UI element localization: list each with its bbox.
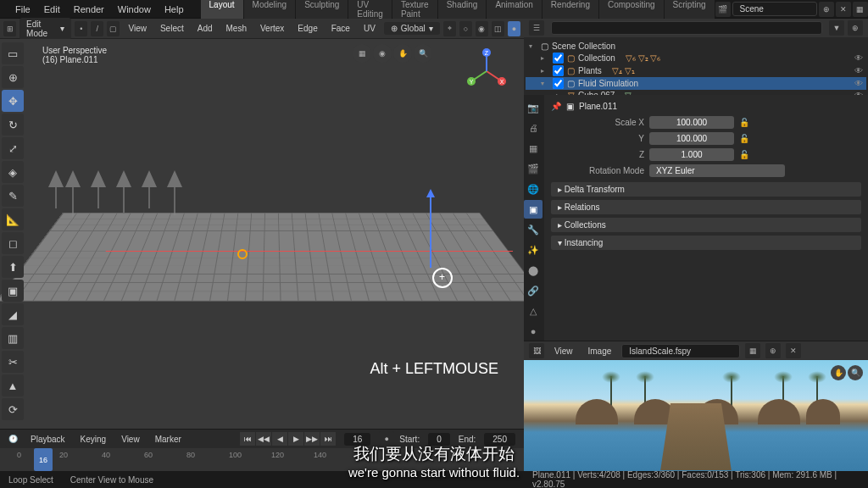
scale-y-field[interactable]: 100.000 (649, 132, 734, 145)
play-reverse-icon[interactable]: ◀ (272, 432, 287, 446)
tab-sculpting[interactable]: Sculpting (296, 0, 348, 21)
rotation-mode-select[interactable]: XYZ Euler (649, 164, 785, 177)
scene-new-icon[interactable]: ⊕ (819, 2, 834, 17)
jump-start-icon[interactable]: ⏮ (240, 432, 255, 446)
mode-selector[interactable]: Edit Mode ▾ (19, 18, 71, 40)
tab-layout[interactable]: Layout (201, 0, 243, 21)
filter-icon[interactable]: ▼ (829, 20, 844, 36)
ptab-particle-icon[interactable]: ✨ (524, 241, 542, 259)
tool-inset-icon[interactable]: ▣ (2, 280, 24, 302)
collection-checkbox[interactable] (553, 78, 564, 89)
tool-knife-icon[interactable]: ✂ (2, 351, 24, 373)
collection-checkbox[interactable] (553, 53, 564, 64)
image-editor-icon[interactable]: 🖼 (529, 343, 544, 358)
lock-icon[interactable]: 🔓 (739, 134, 749, 143)
menu-edit[interactable]: Edit (37, 2, 67, 17)
keyframe-next-icon[interactable]: ▶▶ (304, 432, 320, 446)
menu-window[interactable]: Window (111, 2, 158, 17)
panel-relations[interactable]: ▸ Relations (551, 200, 861, 214)
tool-select-icon[interactable]: ▭ (2, 42, 24, 64)
tl-keying[interactable]: Keying (75, 433, 112, 446)
img-browse-icon[interactable]: ▦ (745, 343, 760, 358)
img-pan-icon[interactable]: ✋ (831, 365, 846, 380)
editor-type-icon[interactable]: ⊞ (3, 21, 16, 36)
eye-icon[interactable]: 👁 (854, 79, 863, 88)
image-filename-field[interactable]: IslandScale.fspy (621, 344, 740, 358)
new-collection-icon[interactable]: ⊕ (848, 20, 863, 36)
tree-row[interactable]: ▸ ▢ Plants ▽₄ ▽₁ 👁 (526, 64, 866, 77)
autokey-icon[interactable]: ● (379, 431, 394, 446)
timeline-ruler[interactable]: 16 0 20 40 60 80 100 120 140 (0, 448, 524, 471)
collection-checkbox[interactable] (553, 65, 564, 76)
pin-icon[interactable]: 📌 (551, 102, 561, 111)
img-new-icon[interactable]: ⊕ (765, 343, 781, 358)
select-mode-vertex-icon[interactable]: • (75, 21, 87, 36)
lock-icon[interactable]: 🔓 (739, 150, 749, 159)
panel-instancing[interactable]: ▾ Instancing (551, 236, 861, 250)
tool-polybuild-icon[interactable]: ▲ (2, 374, 24, 396)
reference-image[interactable]: ✋ 🔍 (524, 360, 868, 471)
hdr-edge[interactable]: Edge (292, 22, 322, 35)
zoom-icon[interactable]: 🔍 (414, 44, 432, 63)
outliner-search-input[interactable] (551, 21, 822, 35)
img-image-menu[interactable]: Image (583, 345, 617, 358)
start-frame-field[interactable]: 0 (428, 433, 450, 446)
playhead[interactable]: 16 (34, 448, 53, 471)
tool-measure-icon[interactable]: 📐 (2, 208, 24, 230)
tool-extrude-icon[interactable]: ⬆ (2, 256, 24, 278)
scene-icon[interactable]: 🎬 (715, 2, 731, 17)
hdr-mesh[interactable]: Mesh (221, 22, 252, 35)
tl-marker[interactable]: Marker (150, 433, 186, 446)
ptab-data-icon[interactable]: △ (524, 302, 542, 320)
menu-file[interactable]: File (8, 2, 37, 17)
menu-render[interactable]: Render (67, 2, 111, 17)
img-zoom-icon[interactable]: 🔍 (848, 365, 863, 380)
jump-end-icon[interactable]: ⏭ (320, 432, 336, 446)
orientation-selector[interactable]: ⊕ Global ▾ (384, 22, 440, 35)
hdr-view[interactable]: View (123, 22, 152, 35)
scale-x-field[interactable]: 100.000 (649, 116, 734, 129)
keyframe-prev-icon[interactable]: ◀◀ (256, 432, 271, 446)
proportional-icon[interactable]: ○ (459, 21, 472, 36)
tool-cursor-icon[interactable]: ⊕ (2, 66, 24, 88)
tool-annotate-icon[interactable]: ✎ (2, 185, 24, 207)
ptab-physics-icon[interactable]: ⬤ (524, 261, 542, 280)
select-mode-face-icon[interactable]: ▢ (107, 21, 120, 36)
snap-icon[interactable]: ⌖ (443, 21, 456, 36)
tl-view[interactable]: View (116, 433, 145, 446)
img-view-menu[interactable]: View (549, 345, 578, 358)
img-unlink-icon[interactable]: ✕ (786, 343, 801, 358)
menu-help[interactable]: Help (158, 2, 191, 17)
tool-transform-icon[interactable]: ◈ (2, 161, 24, 183)
tool-spin-icon[interactable]: ⟳ (2, 398, 24, 420)
current-frame-field[interactable]: 16 (344, 433, 370, 446)
pan-icon[interactable]: ✋ (393, 44, 412, 63)
ptab-viewlayer-icon[interactable]: ▦ (524, 139, 542, 158)
viewlayer-icon[interactable]: ▦ (853, 2, 868, 17)
tab-shading[interactable]: Shading (438, 0, 487, 21)
tab-animation[interactable]: Animation (487, 0, 541, 21)
move-gizmo-z[interactable] (430, 191, 431, 268)
hdr-face[interactable]: Face (326, 22, 355, 35)
camera-view-icon[interactable]: ▦ (353, 44, 371, 63)
tab-uv[interactable]: UV Editing (348, 0, 392, 21)
overlay-icon[interactable]: ◉ (476, 21, 488, 36)
scene-name-field[interactable]: Scene (732, 2, 817, 16)
eye-icon[interactable]: 👁 (854, 66, 863, 75)
hdr-vertex[interactable]: Vertex (255, 22, 289, 35)
hdr-add[interactable]: Add (192, 22, 218, 35)
ptab-object-icon[interactable]: ▣ (524, 200, 542, 219)
tl-playback[interactable]: Playback (25, 433, 70, 446)
tab-compositing[interactable]: Compositing (599, 0, 664, 21)
nav-gizmo[interactable]: X Y Z (461, 46, 512, 97)
shading-solid-icon[interactable]: ● (508, 21, 520, 36)
tab-scripting[interactable]: Scripting (665, 0, 715, 21)
ptab-world-icon[interactable]: 🌐 (524, 180, 542, 198)
tree-row[interactable]: ▾ ▢ Fluid Simulation 👁 (526, 77, 866, 90)
tool-move-icon[interactable]: ✥ (2, 90, 24, 112)
tree-row[interactable]: ▸ ▢ Collection ▽₆ ▽₂ ▽₆ 👁 (526, 52, 866, 64)
tab-rendering[interactable]: Rendering (542, 0, 598, 21)
ptab-constraint-icon[interactable]: 🔗 (524, 281, 542, 300)
ptab-scene-icon[interactable]: 🎬 (524, 159, 542, 178)
tree-row[interactable]: ▾▢ Scene Collection (526, 41, 866, 52)
